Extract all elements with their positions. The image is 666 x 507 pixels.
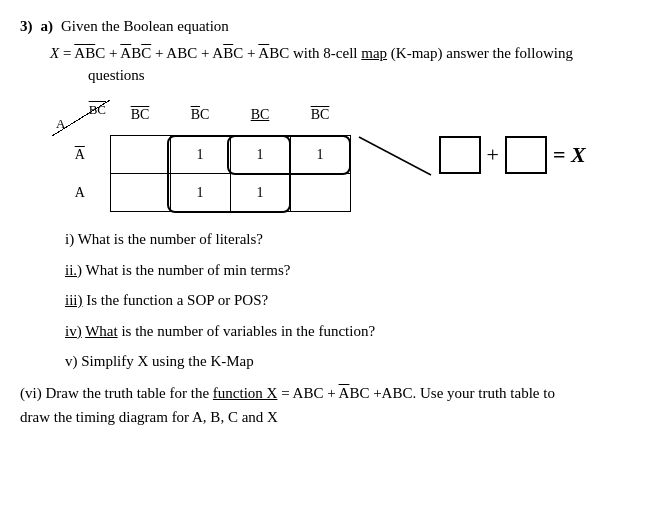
eq-map: map bbox=[361, 45, 387, 61]
row-header-a: A bbox=[50, 174, 110, 212]
eq-term3: ABC bbox=[166, 45, 197, 61]
eq-term4: ABC bbox=[212, 45, 243, 61]
sub-i-text: i) What is the number of literals? bbox=[65, 231, 263, 247]
corner-top-label: BC bbox=[89, 102, 106, 118]
vi-label: (vi) Draw the truth table for the bbox=[20, 385, 213, 401]
eq-plus2: + bbox=[155, 45, 166, 61]
eq-equals: = bbox=[63, 45, 74, 61]
kmap-wrapper: BC A BC BC BC BC A 1 1 1 bbox=[50, 98, 351, 213]
eq-term2: ABC bbox=[120, 45, 151, 61]
sub-ii-text: What is the number of min terms? bbox=[86, 262, 291, 278]
vi-plus2: +ABC. Use your truth table to bbox=[369, 385, 555, 401]
cell-abar-bcbar bbox=[110, 136, 170, 174]
vi-x: X bbox=[263, 409, 278, 425]
col-header-3: BC bbox=[230, 98, 290, 136]
result-box-2 bbox=[505, 136, 547, 174]
intro-text: Given the Boolean equation bbox=[61, 18, 229, 35]
sub-q-ii: ii.) What is the number of min terms? bbox=[65, 259, 646, 282]
col-header-2: BC bbox=[170, 98, 230, 136]
corner-cell: BC A bbox=[50, 98, 110, 136]
page-container: 3) a) Given the Boolean equation X = ABC… bbox=[20, 18, 646, 429]
equation-area: X = ABC + ABC + ABC + ABC + ABC with 8-c… bbox=[50, 41, 646, 67]
eq-plus4: + bbox=[247, 45, 258, 61]
cell-a-bbarcbar bbox=[290, 174, 350, 212]
vi-function-label: function X bbox=[213, 385, 278, 401]
vi-eq-start: = ABC + bbox=[281, 385, 338, 401]
eq-term5: ABC bbox=[258, 45, 289, 61]
cell-a-bcbar bbox=[110, 174, 170, 212]
cell-a-bc: 1 bbox=[230, 174, 290, 212]
question-number: 3) bbox=[20, 18, 33, 35]
vi-section: (vi) Draw the truth table for the functi… bbox=[20, 381, 646, 429]
sub-iv-text: is the number of variables in the functi… bbox=[121, 323, 375, 339]
sub-q-iii: iii) Is the function a SOP or POS? bbox=[65, 289, 646, 312]
eq-plus3: + bbox=[201, 45, 212, 61]
cell-abar-bbarc: 1 bbox=[170, 136, 230, 174]
kmap-table: BC A BC BC BC BC A 1 1 1 bbox=[50, 98, 351, 213]
svg-line-2 bbox=[359, 137, 431, 175]
sub-iii-text: Is the function a SOP or POS? bbox=[86, 292, 268, 308]
eq-with: with 8-cell bbox=[293, 45, 361, 61]
sub-q-i: i) What is the number of literals? bbox=[65, 228, 646, 251]
part-a-label: a) bbox=[41, 18, 54, 35]
row-header-abar: A bbox=[50, 136, 110, 174]
vi-draw-text: draw the timing diagram for A, B, C bbox=[20, 409, 242, 425]
sub-v-text: v) Simplify X using the K-Map bbox=[65, 353, 254, 369]
sub-q-iv: iv) What is the number of variables in t… bbox=[65, 320, 646, 343]
eq-plus1: + bbox=[109, 45, 120, 61]
result-equals: = X bbox=[553, 142, 586, 168]
cell-abar-bbarcbar: 1 bbox=[290, 136, 350, 174]
questions-word: questions bbox=[88, 67, 646, 84]
sub-q-v: v) Simplify X using the K-Map bbox=[65, 350, 646, 373]
col-header-1: BC bbox=[110, 98, 170, 136]
col-header-4: BC bbox=[290, 98, 350, 136]
kmap-full-area: BC A BC BC BC BC A 1 1 1 bbox=[50, 98, 646, 213]
arrow-line bbox=[359, 125, 439, 185]
eq-x: X bbox=[50, 45, 59, 61]
vi-and: and bbox=[242, 409, 264, 425]
result-area-outer: + = X bbox=[351, 125, 592, 185]
cell-abar-bc: 1 bbox=[230, 136, 290, 174]
cell-a-bbarc: 1 bbox=[170, 174, 230, 212]
eq-kmap: (K-map) answer the following bbox=[391, 45, 573, 61]
vi-abc-overbar: ABC bbox=[339, 385, 370, 401]
sub-ii-label: ii.) bbox=[65, 262, 82, 278]
eq-term1: ABC bbox=[74, 45, 105, 61]
sub-iv-label: iv) What bbox=[65, 323, 118, 339]
result-box-1 bbox=[439, 136, 481, 174]
result-plus-sign: + bbox=[487, 142, 499, 168]
sub-iii-label: iii) bbox=[65, 292, 83, 308]
corner-bottom-label: A bbox=[56, 116, 65, 132]
sub-questions-area: i) What is the number of literals? ii.) … bbox=[65, 228, 646, 373]
